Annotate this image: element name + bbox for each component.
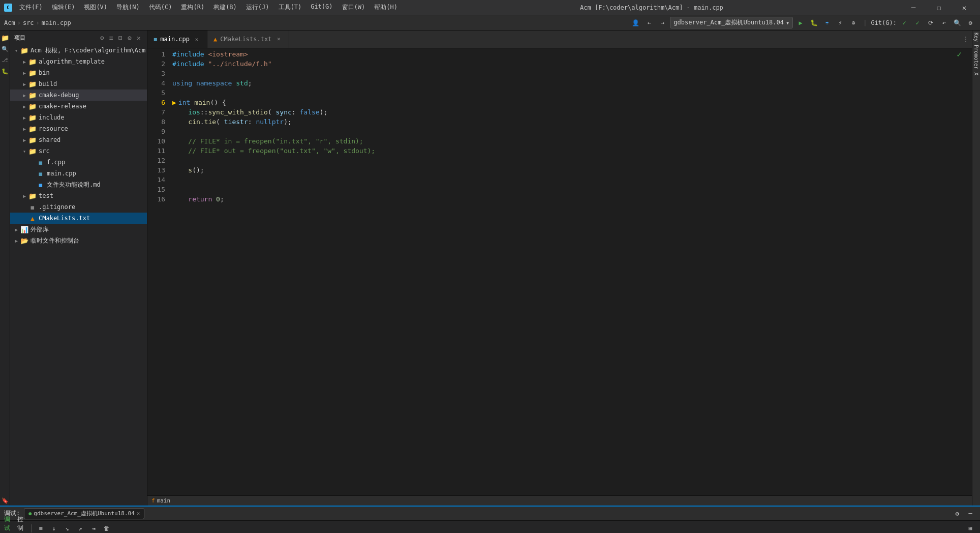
label-maincpp: main.cpp — [47, 170, 76, 177]
debug-settings-btn[interactable]: ⚙ — [952, 508, 963, 519]
menu-file[interactable]: 文件(F) — [15, 2, 47, 13]
debug-area: 调试: ● gdbserver_Acm_虚拟机Ubuntu18.04 ✕ ⚙ ─… — [0, 506, 980, 533]
git-action1[interactable]: ⟳ — [925, 17, 936, 28]
forward-button[interactable]: → — [657, 17, 668, 28]
menu-window[interactable]: 窗口(W) — [338, 2, 370, 13]
debugger-tab[interactable]: 调试器 — [4, 523, 15, 534]
menu-view[interactable]: 视图(V) — [80, 2, 111, 13]
debug-session-tab[interactable]: ● gdbserver_Acm_虚拟机Ubuntu18.04 ✕ — [24, 508, 144, 519]
folder-shared-icon: 📁 — [28, 136, 37, 144]
activity-vcs[interactable]: ⎇ — [1, 56, 9, 64]
restore-button[interactable]: ☐ — [927, 0, 951, 15]
tree-item-fcpp[interactable]: ▶ ◼ f.cpp — [10, 157, 147, 168]
root-label: Acm 根根, F:\coder\algorithm\Acm — [30, 46, 145, 55]
user-button[interactable]: 👤 — [630, 17, 641, 28]
sidebar-settings-btn[interactable]: ⚙ — [126, 34, 134, 42]
debug-step-over-btn[interactable]: ↓ — [48, 523, 59, 534]
tree-item-shared[interactable]: ▶ 📁 shared — [10, 134, 147, 145]
menu-edit[interactable]: 编辑(E) — [48, 2, 79, 13]
close-button[interactable]: ✕ — [953, 0, 976, 15]
tree-item-include[interactable]: ▶ 📁 include — [10, 112, 147, 123]
code-editor[interactable]: 1 2 3 4 5 6 7 8 9 10 11 12 13 14 15 16 — [147, 48, 972, 495]
tab-cmake-close[interactable]: ✕ — [274, 35, 283, 43]
tree-item-maincpp[interactable]: ▶ ◼ main.cpp — [10, 168, 147, 179]
minimize-button[interactable]: ─ — [902, 0, 925, 15]
coverage-button[interactable]: ☂ — [821, 17, 833, 28]
code-line-3 — [170, 69, 965, 78]
sidebar-close-btn[interactable]: ✕ — [135, 34, 143, 42]
search-button[interactable]: 🔍 — [952, 17, 963, 28]
menu-run[interactable]: 运行(J) — [242, 2, 273, 13]
editor-scrollbar-gutter — [965, 48, 972, 495]
debug-hide-btn[interactable]: ─ — [965, 508, 976, 519]
code-content[interactable]: #include <iostream> #include "../include… — [170, 48, 965, 495]
breadcrumb-file[interactable]: main.cpp — [42, 19, 71, 26]
run-button[interactable]: ▶ — [795, 17, 806, 28]
console-tab[interactable]: 控制台 — [17, 523, 28, 534]
tree-item-src[interactable]: ▾ 📁 src — [10, 145, 147, 157]
tree-item-scratch[interactable]: ▶ 📂 临时文件和控制台 — [10, 235, 147, 246]
menu-nav[interactable]: 导航(N) — [112, 2, 144, 13]
menu-refactor[interactable]: 重构(R) — [177, 2, 208, 13]
tree-item-test[interactable]: ▶ 📁 test — [10, 190, 147, 201]
git-check1[interactable]: ✓ — [899, 17, 910, 28]
git-check2[interactable]: ✓ — [912, 17, 923, 28]
tree-item-cmake-release[interactable]: ▶ 📁 cmake-release — [10, 101, 147, 112]
git-label: Git(G): — [871, 19, 897, 26]
debug-button[interactable]: 🐛 — [808, 17, 819, 28]
file-fcpp-icon: ◼ — [37, 158, 45, 166]
tree-item-readme[interactable]: ▶ ◼ 文件夹功能说明.md — [10, 179, 147, 190]
tree-item-build[interactable]: ▶ 📁 build — [10, 78, 147, 90]
tab-more-button[interactable]: ⋮ — [960, 31, 972, 48]
tree-item-gitignore[interactable]: ▶ ◼ .gitignore — [10, 201, 147, 213]
scratch-icon: 📂 — [20, 236, 28, 245]
activity-search[interactable]: 🔍 — [1, 45, 9, 53]
settings-button[interactable]: ⚙ — [965, 17, 976, 28]
line-num-1: 1 — [147, 49, 165, 59]
debug-clear-btn[interactable]: 🗑 — [101, 523, 112, 534]
line-num-7: 7 — [147, 107, 165, 117]
tree-item-cmake-debug[interactable]: ▶ 📁 cmake-debug — [10, 90, 147, 101]
tree-item-algorithm[interactable]: ▶ 📁 algorithm_template — [10, 56, 147, 67]
menu-help[interactable]: 帮助(H) — [370, 2, 402, 13]
sidebar-collapse-btn[interactable]: ⊕ — [98, 34, 106, 42]
menu-build[interactable]: 构建(B) — [209, 2, 241, 13]
tab-cmake[interactable]: ▲ CMakeLists.txt ✕ — [207, 31, 289, 48]
activity-debug[interactable]: 🐛 — [1, 67, 9, 75]
titlebar: C 文件(F) 编辑(E) 视图(V) 导航(N) 代码(C) 重构(R) 构建… — [0, 0, 980, 15]
folder-src-icon: 📁 — [28, 147, 37, 155]
debug-restore-btn[interactable]: ⊞ — [965, 523, 976, 534]
debug-session-close[interactable]: ✕ — [137, 510, 140, 517]
tree-item-resource[interactable]: ▶ 📁 resource — [10, 123, 147, 134]
tree-item-cmake[interactable]: ▶ ▲ CMakeLists.txt — [10, 213, 147, 224]
tree-root[interactable]: ▾ 📁 Acm 根根, F:\coder\algorithm\Acm — [10, 45, 147, 56]
sidebar-filter-btn[interactable]: ⊟ — [116, 34, 125, 42]
titlebar-menu: 文件(F) 编辑(E) 视图(V) 导航(N) 代码(C) 重构(R) 构建(B… — [15, 2, 402, 13]
valgrind-button[interactable]: ⊕ — [848, 17, 859, 28]
breadcrumb-src[interactable]: src — [23, 19, 34, 26]
sidebar-sort-btn[interactable]: ≡ — [107, 34, 115, 42]
back-button[interactable]: ← — [644, 17, 655, 28]
menu-code[interactable]: 代码(C) — [145, 2, 176, 13]
debug-run-to-cursor-btn[interactable]: ⇥ — [88, 523, 99, 534]
debug-step-out-btn[interactable]: ↗ — [75, 523, 86, 534]
run-config-selector[interactable]: gdbserver_Acm_虚拟机Ubuntu18.04 ▾ — [670, 17, 793, 28]
breadcrumb-acm[interactable]: Acm — [4, 19, 15, 26]
line-num-9: 9 — [147, 127, 165, 136]
key-promoter-label[interactable]: Key Promoter X — [972, 31, 980, 77]
tree-item-bin[interactable]: ▶ 📁 bin — [10, 67, 147, 78]
label-include: include — [39, 114, 65, 121]
tab-main-close[interactable]: ✕ — [193, 35, 201, 43]
git-action2[interactable]: ↶ — [938, 17, 950, 28]
activity-bookmark[interactable]: 🔖 — [1, 496, 9, 505]
tab-main-cpp[interactable]: ◼ main.cpp ✕ — [147, 31, 207, 48]
activity-project[interactable]: 📁 — [1, 34, 9, 42]
breadcrumb-bottom-label: main — [157, 497, 171, 504]
tree-item-externals[interactable]: ▶ 📊 外部库 — [10, 224, 147, 235]
code-line-4: using namespace std; — [170, 78, 965, 88]
debug-resume-btn[interactable]: ≡ — [35, 523, 46, 534]
menu-git[interactable]: Git(G) — [307, 2, 336, 13]
profile-button[interactable]: ⚡ — [835, 17, 846, 28]
menu-tools[interactable]: 工具(T) — [274, 2, 306, 13]
debug-step-into-btn[interactable]: ↘ — [62, 523, 73, 534]
